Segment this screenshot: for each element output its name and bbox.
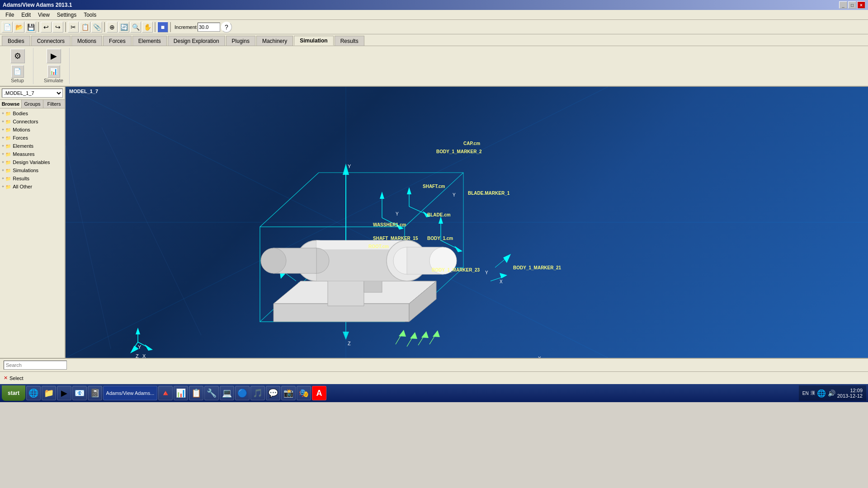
tree-item-measures[interactable]: + 📁 Measures: [0, 150, 65, 158]
taskbar-explorer-icon[interactable]: 📁: [42, 386, 56, 400]
svg-line-62: [132, 342, 138, 350]
search-input[interactable]: [4, 361, 67, 370]
taskbar-app8[interactable]: 🎵: [250, 386, 265, 400]
tree-item-simulations[interactable]: + 📁 Simulations: [0, 166, 65, 174]
tree-item-results[interactable]: + 📁 Results: [0, 174, 65, 183]
expand-icon-measures: +: [2, 152, 4, 156]
menu-tools[interactable]: Tools: [80, 11, 100, 19]
svg-line-5: [102, 127, 201, 335]
taskbar-app3[interactable]: 📊: [174, 386, 188, 400]
svg-marker-59: [136, 328, 140, 334]
svg-text:Y: Y: [485, 270, 488, 275]
svg-text:Y: Y: [348, 164, 351, 169]
tree-item-motions[interactable]: + 📁 Motions: [0, 126, 65, 134]
setup-label: Setup: [11, 78, 24, 83]
taskbar-btn1[interactable]: Adams/View Adams...: [103, 386, 157, 400]
tree-item-design-vars[interactable]: + 📁 Design Variables: [0, 158, 65, 166]
icon-toolbar: ⚙ 📄 Setup ▶ 📊 Simulate: [0, 46, 868, 87]
copy-button[interactable]: 📋: [80, 22, 90, 33]
maximize-button[interactable]: □: [848, 1, 856, 9]
setup-settings-icon[interactable]: ⚙: [10, 49, 25, 63]
sidebar-tab-browse[interactable]: Browse: [0, 100, 22, 108]
taskbar-app4[interactable]: 📋: [189, 386, 203, 400]
viewport-svg: Y X Z: [66, 87, 868, 358]
minimize-button[interactable]: _: [839, 1, 847, 9]
tree-item-forces[interactable]: + 📁 Forces: [0, 134, 65, 142]
viewport[interactable]: MODEL_1_7: [66, 87, 868, 358]
tab-forces[interactable]: Forces: [103, 36, 132, 46]
taskbar-media-icon[interactable]: ▶: [57, 386, 71, 400]
taskbar-app7[interactable]: 🔵: [235, 386, 250, 400]
tab-motions[interactable]: Motions: [71, 36, 102, 46]
system-tray: EN 漢 🌐 🔊 12:09 2013-12-12: [799, 385, 866, 401]
status-bar: ✕ Select: [0, 371, 868, 384]
tree-item-elements[interactable]: + 📁 Elements: [0, 142, 65, 150]
tab-design-exploration[interactable]: Design Exploration: [168, 36, 225, 46]
toolbar-separator-2: [65, 22, 66, 32]
taskbar-app10[interactable]: 📸: [281, 386, 296, 400]
tree-item-bodies[interactable]: + 📁 Bodies: [0, 109, 65, 117]
simulate-chart-icon[interactable]: 📊: [47, 65, 60, 78]
tab-plugins[interactable]: Plugins: [226, 36, 255, 46]
cut-button[interactable]: ✂: [68, 22, 79, 33]
select-button[interactable]: ⊕: [107, 22, 118, 33]
sidebar-tree: + 📁 Bodies + 📁 Connectors + 📁 Motions + …: [0, 108, 65, 358]
open-button[interactable]: 📂: [14, 22, 24, 33]
sidebar-tab-groups[interactable]: Groups: [22, 100, 43, 108]
taskbar-mail-icon[interactable]: 📧: [72, 386, 87, 400]
menu-edit[interactable]: Edit: [18, 11, 34, 19]
menu-view[interactable]: View: [34, 11, 53, 19]
close-button[interactable]: ×: [857, 1, 865, 9]
window-controls[interactable]: _ □ ×: [839, 1, 865, 9]
clock-date: 2013-12-12: [837, 393, 863, 399]
toolbar-separator-5: [170, 22, 171, 32]
simulate-run-icon[interactable]: ▶: [47, 49, 61, 63]
tab-results[interactable]: Results: [335, 36, 364, 46]
select-status: ✕ Select: [4, 375, 24, 381]
tab-simulation[interactable]: Simulation: [294, 36, 333, 46]
taskbar-app5[interactable]: 🔧: [204, 386, 219, 400]
expand-icon-all-other: +: [2, 184, 4, 189]
tree-label-results: Results: [13, 176, 29, 181]
setup-group: ⚙ 📄 Setup: [2, 48, 33, 84]
pan-button[interactable]: ✋: [142, 22, 153, 33]
rotate-button[interactable]: 🔄: [118, 22, 129, 33]
folder-icon-results: 📁: [5, 175, 11, 182]
render-button[interactable]: ■: [157, 22, 168, 33]
tree-item-all-other[interactable]: + 📁 All Other: [0, 183, 65, 191]
tab-machinery[interactable]: Machinery: [256, 36, 293, 46]
sidebar-tab-filters[interactable]: Filters: [43, 100, 65, 108]
taskbar-app9[interactable]: 💬: [266, 386, 280, 400]
tab-connectors[interactable]: Connectors: [31, 36, 71, 46]
redo-button[interactable]: ↪: [52, 22, 63, 33]
taskbar-ie-icon[interactable]: 🌐: [26, 386, 41, 400]
paste-button[interactable]: 📎: [91, 22, 102, 33]
increment-input[interactable]: [198, 23, 220, 32]
undo-button[interactable]: ↩: [41, 22, 52, 33]
model-select[interactable]: .MODEL_1_7: [2, 89, 63, 98]
zoom-button[interactable]: 🔍: [130, 22, 141, 33]
new-button[interactable]: 📄: [2, 22, 13, 33]
svg-marker-63: [130, 346, 139, 353]
app-title: Adams/View Adams 2013.1: [3, 2, 839, 8]
taskbar-app12[interactable]: A: [312, 386, 326, 400]
tab-bodies[interactable]: Bodies: [2, 36, 30, 46]
menu-file[interactable]: File: [2, 11, 18, 19]
taskbar-app2[interactable]: 🔺: [158, 386, 173, 400]
tree-label-design-vars: Design Variables: [13, 160, 50, 165]
tab-elements[interactable]: Elements: [132, 36, 167, 46]
save-button[interactable]: 💾: [25, 22, 36, 33]
help-button[interactable]: ?: [221, 22, 232, 33]
taskbar-onenote-icon[interactable]: 📓: [88, 386, 102, 400]
svg-marker-46: [500, 273, 507, 278]
menu-settings[interactable]: Settings: [53, 11, 80, 19]
toolbar: 📄 📂 💾 ↩ ↪ ✂ 📋 📎 ⊕ 🔄 🔍 ✋ ■ Increment ?: [0, 20, 868, 34]
tree-item-connectors[interactable]: + 📁 Connectors: [0, 117, 65, 126]
svg-line-43: [495, 256, 509, 267]
setup-doc-icon[interactable]: 📄: [11, 65, 24, 78]
folder-icon-simulations: 📁: [5, 167, 11, 174]
menubar: File Edit View Settings Tools: [0, 10, 868, 20]
taskbar-app11[interactable]: 🎭: [297, 386, 311, 400]
start-button[interactable]: start: [2, 385, 25, 401]
taskbar-app6[interactable]: 💻: [220, 386, 234, 400]
